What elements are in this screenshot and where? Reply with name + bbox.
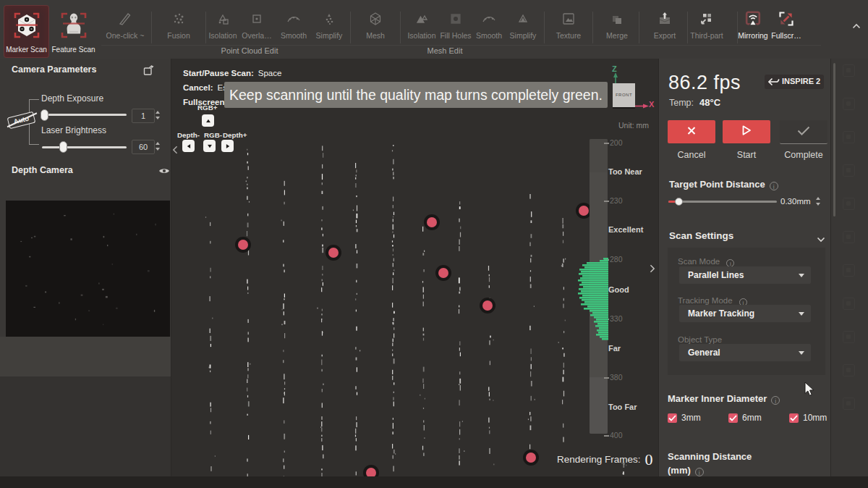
target-point-distance-stepper[interactable]	[815, 195, 822, 208]
side-tool-icon[interactable]	[843, 298, 855, 310]
toolbar-collapse-chevron-icon[interactable]	[852, 20, 861, 31]
start-label: Start	[723, 150, 770, 160]
tool-label: Simplify	[304, 31, 354, 40]
tool-fullscreen[interactable]: Fullscr…	[761, 10, 812, 40]
side-tool-icon[interactable]	[843, 164, 855, 177]
gizmo-front-face[interactable]: FRONT	[613, 83, 635, 109]
fps-readout: 86.2 fps	[668, 72, 741, 94]
toolbar-separator	[592, 12, 593, 43]
side-tool-icon[interactable]	[843, 98, 855, 110]
scan-settings-chevron-icon[interactable]	[817, 232, 825, 245]
tool-simplify-mesh[interactable]: Simplify	[498, 10, 548, 40]
tool-third-part[interactable]: Third-part	[681, 10, 732, 40]
side-tool-icon[interactable]	[843, 231, 855, 243]
gizmo-z-label: Z	[612, 64, 617, 73]
tool-merge[interactable]: Merge	[592, 10, 642, 40]
depth-exposure-handle[interactable]	[41, 109, 48, 121]
feature-scan-button[interactable]: Feature Scan	[51, 6, 95, 57]
checkbox-label: 6mm	[742, 413, 762, 423]
tool-label: Texture	[543, 31, 594, 40]
texture-icon	[560, 10, 577, 29]
depth-exposure-track[interactable]	[42, 114, 127, 116]
target-point-distance-track[interactable]	[668, 201, 777, 203]
tool-fusion[interactable]: Fusion	[153, 10, 204, 40]
side-tool-icon[interactable]	[843, 364, 855, 376]
laser-brightness-track[interactable]	[42, 146, 127, 148]
tool-texture[interactable]: Texture	[543, 10, 594, 40]
tool-label: Simplify	[498, 31, 548, 40]
scale-tick	[604, 435, 609, 437]
scanning-distance-unit: (mm)i	[668, 465, 704, 476]
info-icon[interactable]: i	[770, 182, 778, 190]
back-arrow-icon	[768, 77, 780, 86]
tool-label: One-click ~	[100, 31, 150, 40]
dropdown-tracking-mode[interactable]: Marker Tracking	[679, 305, 811, 322]
scale-number: 330	[610, 314, 623, 323]
expand-right-panel-chevron-icon[interactable]	[650, 263, 655, 275]
camera-parameters-header: Camera Parameters	[0, 59, 171, 80]
scale-number: 380	[610, 373, 623, 382]
popout-window-icon[interactable]	[143, 65, 156, 79]
collapse-left-panel-chevron-icon[interactable]	[172, 144, 178, 156]
camera-parameters-title: Camera Parameters	[12, 64, 96, 75]
tool-label: Fullscr…	[761, 31, 812, 40]
depth-camera-header: Depth Camera	[0, 159, 171, 181]
smooth-mesh-icon	[480, 10, 498, 29]
toolbar-separator	[737, 12, 738, 43]
checkbox-10mm[interactable]	[789, 413, 799, 423]
scan-viewport[interactable]: Start/Pause Scan:Space Cancel:Esc Fullsc…	[171, 59, 658, 476]
laser-brightness-stepper[interactable]	[155, 140, 161, 153]
depth-exposure-value[interactable]: 1	[132, 109, 155, 123]
tool-one-click[interactable]: One-click ~	[100, 10, 150, 40]
caret-down-icon	[799, 312, 804, 316]
depth-exposure-stepper[interactable]	[155, 109, 161, 122]
scale-zone-label: Too Far	[608, 403, 637, 411]
dropdown-object-type[interactable]: General	[679, 344, 811, 361]
check-icon	[797, 125, 810, 138]
side-tool-icon[interactable]	[843, 198, 855, 210]
tool-label: Fusion	[153, 31, 204, 40]
tool-mesh[interactable]: Mesh	[350, 10, 401, 40]
left-panel: Camera Parameters Auto Depth Exposure 1 …	[0, 59, 171, 476]
laser-brightness-handle[interactable]	[59, 141, 67, 153]
mirroring-icon	[744, 10, 762, 29]
info-icon[interactable]: i	[695, 468, 704, 476]
checkbox-6mm[interactable]	[728, 413, 738, 423]
toolbar-separator	[639, 12, 639, 43]
laser-brightness-value[interactable]: 60	[132, 140, 155, 154]
target-point-distance-value[interactable]: 0.30mm	[780, 197, 811, 206]
cancel-button[interactable]	[668, 120, 715, 143]
scale-number: 200	[610, 138, 623, 147]
checkbox-label: 3mm	[681, 413, 701, 423]
scrollbar[interactable]	[833, 63, 835, 216]
marker-scan-button[interactable]: Marker Scan	[4, 6, 48, 57]
eye-icon[interactable]	[158, 165, 170, 178]
key-left	[182, 140, 195, 152]
merge-icon	[608, 10, 626, 29]
side-tool-icon[interactable]	[843, 131, 855, 143]
checkbox-3mm[interactable]	[668, 413, 677, 423]
toolbar-group-label: Point Cloud Edit	[221, 46, 278, 55]
side-tool-icon[interactable]	[843, 64, 855, 77]
scale-bottom-segment	[590, 377, 608, 434]
target-point-distance-handle[interactable]	[675, 198, 683, 206]
start-button[interactable]	[723, 120, 770, 143]
side-tool-icon[interactable]	[843, 397, 855, 410]
device-button[interactable]: INSPIRE 2	[765, 75, 824, 89]
right-panel: 86.2 fps INSPIRE 2 Temp:48°C	[658, 59, 830, 476]
toolbar-separator	[350, 12, 351, 43]
info-icon[interactable]: i	[771, 396, 780, 405]
marker-inner-diameter-title: Marker Inner Diameteri	[668, 393, 780, 405]
mouse-cursor	[804, 382, 816, 400]
key-right	[221, 140, 234, 152]
side-tool-icon[interactable]	[843, 331, 855, 343]
side-tool-icon[interactable]	[843, 264, 855, 277]
complete-button[interactable]	[780, 120, 827, 144]
rendering-frames-value: 0	[645, 450, 653, 468]
marker-scan-icon	[12, 10, 41, 43]
key-down	[203, 140, 216, 152]
dropdown-scan-mode[interactable]: Parallel Lines	[679, 266, 811, 284]
scanner-app: Marker Scan Feature Scan One-click ~ Fus	[0, 0, 868, 488]
tool-simplify-pc[interactable]: Simplify	[304, 10, 354, 40]
depth-camera-preview	[6, 201, 170, 337]
